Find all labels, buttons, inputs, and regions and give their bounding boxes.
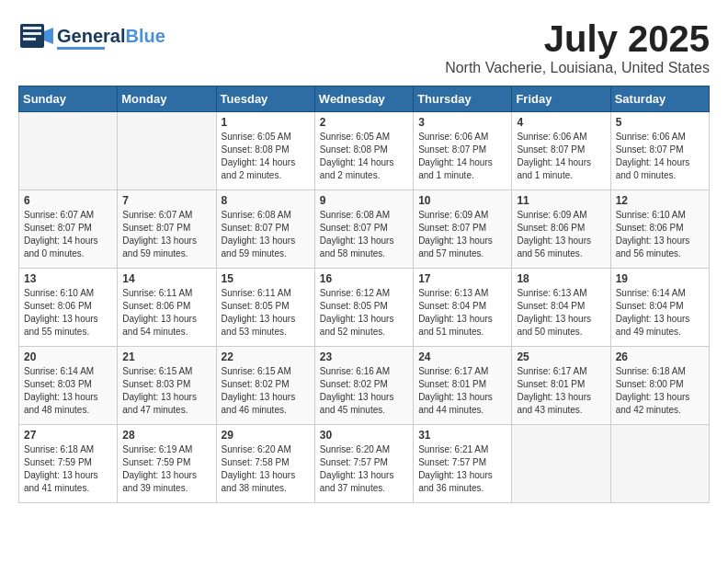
- calendar-cell: [19, 112, 118, 190]
- day-info: Sunrise: 6:17 AM Sunset: 8:01 PM Dayligh…: [418, 365, 506, 417]
- day-header-sunday: Sunday: [19, 86, 118, 112]
- location-title: North Vacherie, Louisiana, United States: [445, 60, 710, 76]
- calendar-cell: 13Sunrise: 6:10 AM Sunset: 8:06 PM Dayli…: [19, 269, 118, 347]
- day-info: Sunrise: 6:11 AM Sunset: 8:05 PM Dayligh…: [222, 287, 310, 339]
- day-info: Sunrise: 6:17 AM Sunset: 8:01 PM Dayligh…: [517, 365, 605, 417]
- calendar-cell: 15Sunrise: 6:11 AM Sunset: 8:05 PM Dayli…: [216, 269, 314, 347]
- day-number: 1: [222, 116, 310, 129]
- logo-text-blue: Blue: [125, 26, 165, 46]
- day-number: 28: [122, 429, 210, 442]
- calendar-cell: 11Sunrise: 6:09 AM Sunset: 8:06 PM Dayli…: [512, 190, 610, 269]
- calendar-cell: 12Sunrise: 6:10 AM Sunset: 8:06 PM Dayli…: [610, 190, 709, 269]
- day-number: 12: [616, 194, 704, 207]
- day-header-friday: Friday: [512, 86, 610, 112]
- calendar-week-2: 6Sunrise: 6:07 AM Sunset: 8:07 PM Daylig…: [19, 190, 710, 269]
- calendar-week-5: 27Sunrise: 6:18 AM Sunset: 7:59 PM Dayli…: [19, 425, 710, 503]
- day-number: 4: [517, 116, 605, 129]
- day-info: Sunrise: 6:06 AM Sunset: 8:07 PM Dayligh…: [616, 131, 704, 182]
- day-info: Sunrise: 6:15 AM Sunset: 8:02 PM Dayligh…: [222, 365, 310, 417]
- calendar-cell: 8Sunrise: 6:08 AM Sunset: 8:07 PM Daylig…: [216, 190, 314, 269]
- day-number: 16: [320, 272, 408, 285]
- day-number: 27: [24, 429, 112, 442]
- calendar-cell: 25Sunrise: 6:17 AM Sunset: 8:01 PM Dayli…: [512, 347, 610, 425]
- calendar-cell: 21Sunrise: 6:15 AM Sunset: 8:03 PM Dayli…: [118, 347, 216, 425]
- month-title: July 2025: [445, 18, 710, 60]
- calendar-cell: 16Sunrise: 6:12 AM Sunset: 8:05 PM Dayli…: [314, 269, 413, 347]
- calendar-cell: 2Sunrise: 6:05 AM Sunset: 8:08 PM Daylig…: [314, 112, 413, 190]
- day-header-tuesday: Tuesday: [216, 86, 314, 112]
- calendar-cell: 17Sunrise: 6:13 AM Sunset: 8:04 PM Dayli…: [414, 269, 512, 347]
- calendar-cell: [512, 425, 610, 503]
- day-info: Sunrise: 6:09 AM Sunset: 8:06 PM Dayligh…: [517, 209, 605, 260]
- day-number: 2: [320, 116, 408, 129]
- day-number: 24: [418, 350, 506, 363]
- day-number: 10: [418, 194, 506, 207]
- day-number: 19: [616, 272, 704, 285]
- calendar-body: 1Sunrise: 6:05 AM Sunset: 8:08 PM Daylig…: [19, 112, 710, 503]
- day-info: Sunrise: 6:07 AM Sunset: 8:07 PM Dayligh…: [24, 209, 112, 260]
- svg-rect-2: [23, 27, 41, 29]
- day-number: 9: [320, 194, 408, 207]
- day-info: Sunrise: 6:13 AM Sunset: 8:04 PM Dayligh…: [517, 287, 605, 339]
- day-info: Sunrise: 6:12 AM Sunset: 8:05 PM Dayligh…: [320, 287, 408, 339]
- calendar-cell: 7Sunrise: 6:07 AM Sunset: 8:07 PM Daylig…: [118, 190, 216, 269]
- day-header-thursday: Thursday: [414, 86, 512, 112]
- day-number: 6: [24, 194, 112, 207]
- day-info: Sunrise: 6:06 AM Sunset: 8:07 PM Dayligh…: [418, 131, 506, 182]
- day-info: Sunrise: 6:05 AM Sunset: 8:08 PM Dayligh…: [320, 131, 408, 182]
- day-number: 30: [320, 429, 408, 442]
- calendar-cell: 30Sunrise: 6:20 AM Sunset: 7:57 PM Dayli…: [314, 425, 413, 503]
- svg-marker-1: [44, 28, 53, 44]
- calendar-cell: 26Sunrise: 6:18 AM Sunset: 8:00 PM Dayli…: [610, 347, 709, 425]
- calendar-cell: 23Sunrise: 6:16 AM Sunset: 8:02 PM Dayli…: [314, 347, 413, 425]
- day-info: Sunrise: 6:08 AM Sunset: 8:07 PM Dayligh…: [320, 209, 408, 260]
- day-info: Sunrise: 6:19 AM Sunset: 7:59 PM Dayligh…: [122, 443, 210, 495]
- svg-rect-4: [23, 38, 36, 40]
- calendar-week-1: 1Sunrise: 6:05 AM Sunset: 8:08 PM Daylig…: [19, 112, 710, 190]
- calendar-cell: [610, 425, 709, 503]
- calendar-cell: 9Sunrise: 6:08 AM Sunset: 8:07 PM Daylig…: [314, 190, 413, 269]
- day-number: 14: [122, 272, 210, 285]
- calendar-table: SundayMondayTuesdayWednesdayThursdayFrid…: [18, 86, 710, 503]
- day-info: Sunrise: 6:16 AM Sunset: 8:02 PM Dayligh…: [320, 365, 408, 417]
- svg-rect-3: [23, 32, 41, 35]
- calendar-cell: 29Sunrise: 6:20 AM Sunset: 7:58 PM Dayli…: [216, 425, 314, 503]
- logo: GeneralBlue: [18, 18, 165, 57]
- day-number: 7: [122, 194, 210, 207]
- day-info: Sunrise: 6:20 AM Sunset: 7:57 PM Dayligh…: [320, 443, 408, 495]
- day-info: Sunrise: 6:09 AM Sunset: 8:07 PM Dayligh…: [418, 209, 506, 260]
- calendar-cell: 31Sunrise: 6:21 AM Sunset: 7:57 PM Dayli…: [414, 425, 512, 503]
- day-number: 18: [517, 272, 605, 285]
- day-info: Sunrise: 6:08 AM Sunset: 8:07 PM Dayligh…: [222, 209, 310, 260]
- day-info: Sunrise: 6:07 AM Sunset: 8:07 PM Dayligh…: [122, 209, 210, 260]
- calendar-header-row: SundayMondayTuesdayWednesdayThursdayFrid…: [19, 86, 710, 112]
- day-info: Sunrise: 6:14 AM Sunset: 8:04 PM Dayligh…: [616, 287, 704, 339]
- day-header-saturday: Saturday: [610, 86, 709, 112]
- day-number: 11: [517, 194, 605, 207]
- calendar-week-4: 20Sunrise: 6:14 AM Sunset: 8:03 PM Dayli…: [19, 347, 710, 425]
- day-info: Sunrise: 6:18 AM Sunset: 8:00 PM Dayligh…: [616, 365, 704, 417]
- day-number: 21: [122, 350, 210, 363]
- day-info: Sunrise: 6:13 AM Sunset: 8:04 PM Dayligh…: [418, 287, 506, 339]
- calendar-cell: 28Sunrise: 6:19 AM Sunset: 7:59 PM Dayli…: [118, 425, 216, 503]
- calendar-cell: 5Sunrise: 6:06 AM Sunset: 8:07 PM Daylig…: [610, 112, 709, 190]
- calendar-cell: 1Sunrise: 6:05 AM Sunset: 8:08 PM Daylig…: [216, 112, 314, 190]
- day-number: 15: [222, 272, 310, 285]
- day-number: 17: [418, 272, 506, 285]
- day-number: 5: [616, 116, 704, 129]
- day-number: 8: [222, 194, 310, 207]
- page-header: GeneralBlue July 2025 North Vacherie, Lo…: [18, 18, 710, 76]
- day-number: 22: [222, 350, 310, 363]
- day-info: Sunrise: 6:11 AM Sunset: 8:06 PM Dayligh…: [122, 287, 210, 339]
- day-info: Sunrise: 6:10 AM Sunset: 8:06 PM Dayligh…: [24, 287, 112, 339]
- day-number: 3: [418, 116, 506, 129]
- logo-icon: [18, 18, 53, 53]
- day-info: Sunrise: 6:18 AM Sunset: 7:59 PM Dayligh…: [24, 443, 112, 495]
- day-number: 26: [616, 350, 704, 363]
- day-number: 31: [418, 429, 506, 442]
- day-number: 13: [24, 272, 112, 285]
- day-info: Sunrise: 6:21 AM Sunset: 7:57 PM Dayligh…: [418, 443, 506, 495]
- day-info: Sunrise: 6:10 AM Sunset: 8:06 PM Dayligh…: [616, 209, 704, 260]
- day-number: 20: [24, 350, 112, 363]
- calendar-cell: 27Sunrise: 6:18 AM Sunset: 7:59 PM Dayli…: [19, 425, 118, 503]
